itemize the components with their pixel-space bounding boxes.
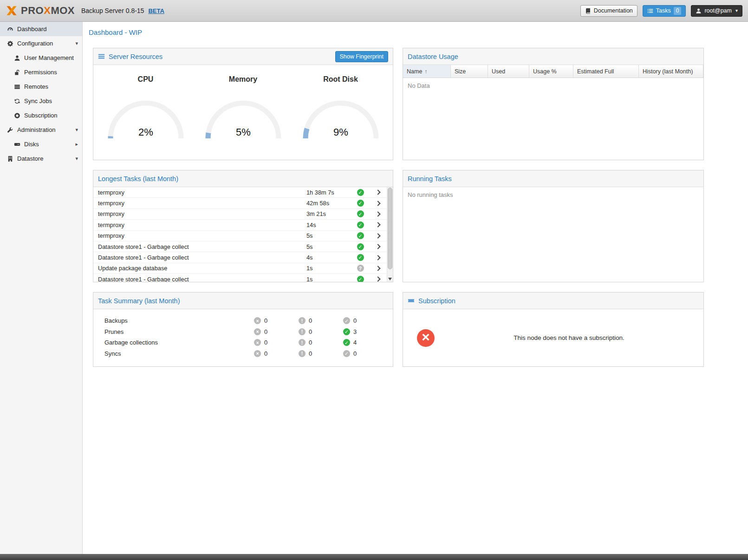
server-icon xyxy=(13,84,21,90)
column-header-size[interactable]: Size xyxy=(451,65,488,78)
task-name: Datastore store1 - Garbage collect xyxy=(98,243,306,250)
chevron-right-icon[interactable] xyxy=(375,201,380,206)
summary-cell[interactable]: !0 xyxy=(299,350,343,357)
proxmox-logo[interactable]: PROXMOX xyxy=(6,5,75,17)
summary-label: Syncs xyxy=(104,350,254,357)
error-count-icon: × xyxy=(254,339,261,346)
summary-row: Prunes ×0 !0 ✓3 xyxy=(104,326,393,338)
task-row[interactable]: termproxy 1h 38m 7s ✓ xyxy=(93,187,387,198)
summary-count: 4 xyxy=(353,339,357,346)
show-fingerprint-button[interactable]: Show Fingerprint xyxy=(335,51,389,62)
column-header-estimated-full[interactable]: Estimated Full xyxy=(573,65,639,78)
task-name: Datastore store1 - Garbage collect xyxy=(98,276,306,282)
task-name: termproxy xyxy=(98,232,306,239)
task-row[interactable]: termproxy 42m 58s ✓ xyxy=(93,198,387,208)
proxmox-wordmark: PROXMOX xyxy=(21,5,75,17)
summary-cell[interactable]: ×0 xyxy=(254,339,299,346)
summary-count: 0 xyxy=(309,339,312,346)
task-duration: 5s xyxy=(306,243,351,250)
chevron-right-icon[interactable] xyxy=(375,244,380,249)
summary-count: 0 xyxy=(264,328,267,335)
summary-label: Prunes xyxy=(104,328,254,335)
sidebar-item-datastore[interactable]: Datastore ▾ xyxy=(0,151,82,166)
beta-link[interactable]: BETA xyxy=(148,7,164,14)
sidebar-item-disks[interactable]: Disks ▸ xyxy=(0,137,82,151)
sidebar-item-label: User Management xyxy=(24,54,78,61)
task-row[interactable]: Datastore store1 - Garbage collect 5s ✓ xyxy=(93,241,387,252)
task-row[interactable]: termproxy 3m 21s ✓ xyxy=(93,209,387,220)
sidebar-item-permissions[interactable]: Permissions xyxy=(0,65,82,79)
summary-count: 0 xyxy=(264,317,267,324)
summary-cell[interactable]: ×0 xyxy=(254,328,299,335)
sidebar-item-remotes[interactable]: Remotes xyxy=(0,79,82,94)
task-row[interactable]: Update package database 1s ? xyxy=(93,263,387,274)
task-row[interactable]: termproxy 14s ✓ xyxy=(93,220,387,230)
memory-gauge: Memory 5% xyxy=(196,75,290,143)
sidebar-item-user-management[interactable]: User Management xyxy=(0,51,82,65)
collapse-caret-icon[interactable]: ▾ xyxy=(75,127,78,132)
scrollbar-down-arrow-icon[interactable] xyxy=(388,278,392,280)
datastore-usage-panel: Datastore Usage Name ↑ Size Used Usage %… xyxy=(403,48,704,160)
task-list: termproxy 1h 38m 7s ✓ termproxy 42m 58s … xyxy=(93,187,393,282)
chevron-right-icon[interactable] xyxy=(375,277,380,282)
sidebar-item-sync-jobs[interactable]: Sync Jobs xyxy=(0,94,82,108)
summary-cell[interactable]: !0 xyxy=(299,339,343,346)
caret-down-icon: ▾ xyxy=(735,8,738,13)
summary-cell[interactable]: ✓0 xyxy=(343,350,388,357)
column-header-history[interactable]: History (last Month) xyxy=(639,65,703,78)
scrollbar-thumb[interactable] xyxy=(388,188,392,269)
gauge-label: Root Disk xyxy=(294,75,388,84)
summary-label: Backups xyxy=(104,317,254,324)
summary-count: 0 xyxy=(353,317,357,324)
sidebar-item-subscription[interactable]: Subscription xyxy=(0,108,82,123)
tachometer-icon xyxy=(6,26,14,33)
warning-count-icon: ! xyxy=(299,339,306,346)
task-status-icon: ✓ xyxy=(357,189,364,196)
summary-cell[interactable]: ×0 xyxy=(254,350,299,357)
chevron-right-icon[interactable] xyxy=(375,266,380,271)
task-row[interactable]: Datastore store1 - Garbage collect 4s ✓ xyxy=(93,252,387,263)
panel-header: Running Tasks xyxy=(403,170,703,187)
sidebar-item-administration[interactable]: Administration ▾ xyxy=(0,123,82,137)
building-icon xyxy=(6,156,14,162)
summary-cell[interactable]: ×0 xyxy=(254,317,299,324)
documentation-button[interactable]: Documentation xyxy=(580,5,637,17)
sidebar-item-dashboard[interactable]: Dashboard xyxy=(0,22,82,36)
collapse-caret-icon[interactable]: ▾ xyxy=(75,41,78,46)
column-header-name[interactable]: Name ↑ xyxy=(403,65,451,78)
task-status-icon: ✓ xyxy=(357,232,364,239)
sidebar-item-configuration[interactable]: Configuration ▾ xyxy=(0,36,82,51)
running-tasks-panel: Running Tasks No running tasks xyxy=(403,170,704,282)
panel-title: Running Tasks xyxy=(408,175,452,182)
chevron-right-icon[interactable] xyxy=(375,233,380,238)
panel-title: Datastore Usage xyxy=(408,53,458,60)
task-row[interactable]: termproxy 5s ✓ xyxy=(93,231,387,241)
task-duration: 42m 58s xyxy=(306,200,351,207)
expand-caret-icon[interactable]: ▸ xyxy=(75,142,78,147)
chevron-right-icon[interactable] xyxy=(375,190,380,195)
summary-cell[interactable]: !0 xyxy=(299,328,343,335)
subscription-message: This node does not have a subscription. xyxy=(435,334,703,341)
summary-cell[interactable]: ✓4 xyxy=(343,339,388,346)
collapse-caret-icon[interactable]: ▾ xyxy=(75,156,78,161)
gauge-arc: 5% xyxy=(201,95,286,142)
task-row[interactable]: Datastore store1 - Garbage collect 1s ✓ xyxy=(93,274,387,282)
task-name: termproxy xyxy=(98,200,306,207)
summary-cell[interactable]: !0 xyxy=(299,317,343,324)
summary-count: 0 xyxy=(309,317,312,324)
column-header-usage-pct[interactable]: Usage % xyxy=(529,65,573,78)
summary-cell[interactable]: ✓0 xyxy=(343,317,388,324)
task-status-icon: ✓ xyxy=(357,254,364,261)
user-menu-button[interactable]: root@pam ▾ xyxy=(691,5,742,17)
tasks-button[interactable]: Tasks 0 xyxy=(643,5,686,17)
sidebar-nav: Dashboard Configuration ▾ User Managemen… xyxy=(0,22,83,554)
chevron-right-icon[interactable] xyxy=(375,211,380,216)
chevron-right-icon[interactable] xyxy=(375,222,380,228)
scrollbar[interactable] xyxy=(387,187,393,282)
summary-cell[interactable]: ✓3 xyxy=(343,328,388,335)
column-header-used[interactable]: Used xyxy=(488,65,529,78)
task-summary-body: Backups ×0 !0 ✓0 Prunes ×0 !0 ✓3 Garbage… xyxy=(93,309,393,359)
sort-asc-icon: ↑ xyxy=(424,68,427,75)
dashboard-panels: Server Resources Show Fingerprint CPU 2%… xyxy=(83,36,748,367)
chevron-right-icon[interactable] xyxy=(375,255,380,260)
